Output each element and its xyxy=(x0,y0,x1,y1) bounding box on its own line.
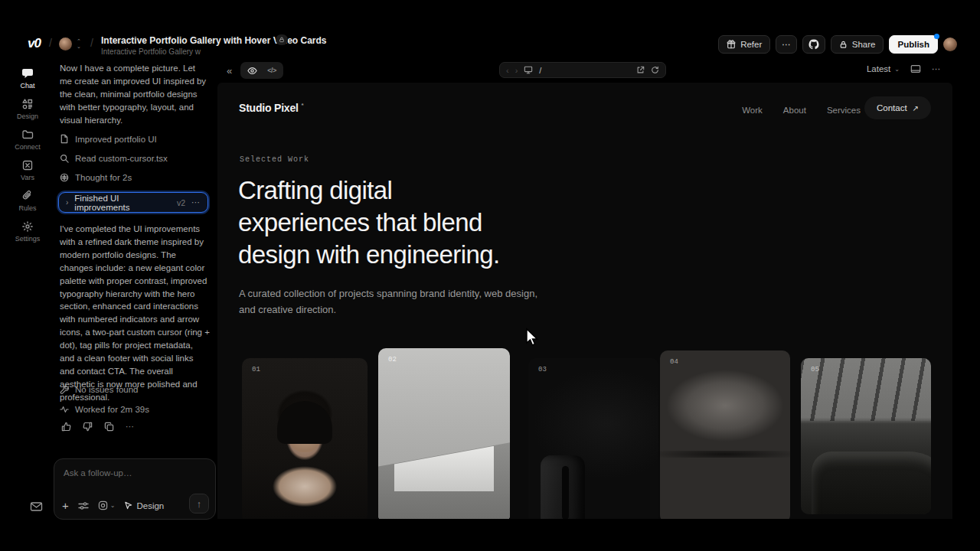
composer-placeholder[interactable]: Ask a follow-up… xyxy=(64,468,132,478)
feedback-mail-button[interactable] xyxy=(30,501,43,515)
task-label: Read custom-cursor.tsx xyxy=(75,154,168,163)
version-badge: v2 xyxy=(177,198,185,207)
breadcrumb-separator: / xyxy=(49,37,52,49)
site-logo[interactable]: Studio Pixel * xyxy=(239,102,303,114)
preview-url-bar[interactable]: ‹ › / xyxy=(499,62,666,78)
sidebar-item-vars[interactable]: Vars xyxy=(0,159,55,181)
nav-forward-button[interactable]: › xyxy=(515,66,518,75)
v0-logo[interactable]: v0 xyxy=(28,36,41,51)
refer-button[interactable]: Refer xyxy=(718,35,770,54)
site-nav-work[interactable]: Work xyxy=(742,106,763,115)
chevron-right-icon: › xyxy=(66,198,68,207)
worked-duration-row[interactable]: Worked for 2m 39s xyxy=(60,405,149,414)
publish-button[interactable]: Publish xyxy=(889,35,938,54)
card-number: 05 xyxy=(811,366,819,373)
project-card-04[interactable]: 04 xyxy=(660,350,790,519)
project-title[interactable]: Interactive Portfolio Gallery with Hover… xyxy=(101,35,327,46)
project-card-03[interactable]: 03 xyxy=(528,358,658,519)
card-number: 04 xyxy=(670,358,678,366)
site-contact-button[interactable]: Contact ↗ xyxy=(864,96,931,119)
model-selector[interactable]: ⌄ xyxy=(98,500,116,510)
arrow-upright-icon: ↗ xyxy=(913,104,919,112)
variables-icon xyxy=(21,159,34,171)
url-path[interactable]: / xyxy=(539,66,541,75)
task-improved-portfolio-ui[interactable]: Improved portfolio UI xyxy=(60,134,157,144)
github-icon xyxy=(808,39,819,50)
chevron-down-icon: ⌄ xyxy=(110,502,116,509)
sidebar-item-settings[interactable]: Settings xyxy=(0,220,55,243)
thinking-icon xyxy=(60,173,69,182)
nav-back-button[interactable]: ‹ xyxy=(506,66,509,75)
v0-app-window: v0 / ⌃⌄ / Interactive Portfolio Gallery … xyxy=(0,0,980,551)
preview-more-button[interactable]: ⋯ xyxy=(932,64,942,74)
rail-label: Connect xyxy=(15,143,41,151)
refresh-icon[interactable] xyxy=(651,66,659,74)
assistant-summary: I've completed the UI improvements with … xyxy=(60,223,210,404)
activity-icon xyxy=(60,406,69,413)
rail-label: Settings xyxy=(15,235,41,243)
sidebar-item-rules[interactable]: Rules xyxy=(0,190,55,212)
chat-panel: Now I have a complete picture. Let me cr… xyxy=(55,61,217,551)
contact-label: Contact xyxy=(877,103,907,112)
project-card-02[interactable]: 02 xyxy=(378,348,510,519)
more-options-button[interactable]: ⋯ xyxy=(776,35,797,54)
site-nav: Work About Services xyxy=(742,106,861,115)
search-icon xyxy=(60,154,69,163)
layout-toggle-icon[interactable] xyxy=(910,64,921,73)
preview-eye-toggle[interactable] xyxy=(243,64,260,77)
version-selector[interactable]: Latest ⌄ xyxy=(867,64,900,73)
share-button[interactable]: Share xyxy=(831,35,884,54)
github-button[interactable] xyxy=(802,35,825,54)
no-issues-row[interactable]: No issues found xyxy=(60,385,138,394)
copy-icon[interactable] xyxy=(104,422,114,432)
lock-icon xyxy=(279,37,285,43)
chat-composer[interactable]: Ask a follow-up… + ⌄ Design ↑ xyxy=(54,458,216,520)
top-bar: v0 / ⌃⌄ / Interactive Portfolio Gallery … xyxy=(0,0,980,61)
project-card-05[interactable]: 05 xyxy=(801,358,931,514)
message-more-button[interactable]: ⋯ xyxy=(126,422,136,432)
hero-line: Crafting digital xyxy=(238,174,500,207)
preview-toolbar: « </> ‹ › / Latest ⌄ xyxy=(217,61,952,81)
sliders-icon[interactable] xyxy=(78,501,89,510)
card-number: 02 xyxy=(388,356,397,364)
device-desktop-icon xyxy=(524,66,533,74)
gear-icon xyxy=(21,220,34,233)
sidebar-item-connect[interactable]: Connect xyxy=(0,129,55,151)
version-card-more-button[interactable]: ⋯ xyxy=(191,197,201,207)
code-view-toggle[interactable]: </> xyxy=(263,64,280,77)
attach-button[interactable]: + xyxy=(62,499,69,512)
wrench-icon xyxy=(60,385,69,394)
task-thought[interactable]: Thought for 2s xyxy=(60,173,132,182)
project-card-01[interactable]: 01 xyxy=(242,358,368,519)
workspace-switcher[interactable]: ⌃⌄ xyxy=(77,38,81,49)
task-read-custom-cursor[interactable]: Read custom-cursor.tsx xyxy=(60,154,168,163)
site-nav-services[interactable]: Services xyxy=(827,106,861,115)
sidebar-item-chat[interactable]: Chat xyxy=(0,67,55,90)
collapse-panel-button[interactable]: « xyxy=(227,65,232,77)
rail-label: Vars xyxy=(21,174,34,181)
design-mode-button[interactable]: Design xyxy=(124,501,164,510)
user-avatar[interactable] xyxy=(943,37,957,51)
file-icon xyxy=(60,134,69,144)
chevron-down-icon: ⌄ xyxy=(894,66,900,73)
open-external-icon[interactable] xyxy=(636,66,645,74)
latest-label: Latest xyxy=(867,64,890,73)
no-issues-label: No issues found xyxy=(75,385,138,394)
assistant-message: Now I have a complete picture. Let me cr… xyxy=(60,62,210,127)
worked-label: Worked for 2m 39s xyxy=(75,405,149,414)
workspace-avatar[interactable] xyxy=(59,37,72,51)
sidebar-item-design[interactable]: Design xyxy=(0,98,55,120)
send-button[interactable]: ↑ xyxy=(189,494,209,514)
private-lock-badge[interactable] xyxy=(276,34,288,45)
site-logo-mark: * xyxy=(301,102,303,109)
site-nav-about[interactable]: About xyxy=(783,106,806,115)
design-mode-label: Design xyxy=(136,501,164,510)
task-label: Thought for 2s xyxy=(75,173,132,182)
version-card-finished-ui-improvements[interactable]: › Finished UI improvements v2 ⋯ xyxy=(58,192,208,213)
thumbs-down-icon[interactable] xyxy=(83,422,93,432)
thumbs-up-icon[interactable] xyxy=(61,422,71,432)
gift-icon xyxy=(727,40,736,49)
card-number: 01 xyxy=(252,366,260,373)
feedback-actions: ⋯ xyxy=(61,422,136,432)
site-eyebrow: Selected Work xyxy=(240,155,309,164)
